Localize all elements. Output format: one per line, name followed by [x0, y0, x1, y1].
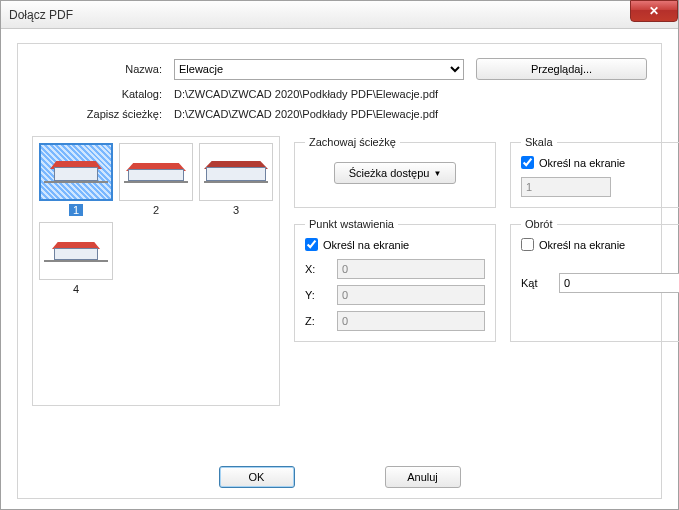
rotation-group: Obrót Określ na ekranie Kąt — [510, 218, 679, 342]
insert-onscreen-label: Określ na ekranie — [323, 239, 409, 251]
page-number: 3 — [229, 204, 243, 216]
z-label: Z: — [305, 315, 329, 327]
savepath-label: Zapisz ścieżkę: — [32, 108, 162, 120]
x-input[interactable] — [337, 259, 485, 279]
titlebar: Dołącz PDF ✕ — [1, 1, 678, 29]
page-number: 4 — [69, 283, 83, 295]
path-type-label: Ścieżka dostępu — [349, 167, 430, 179]
catalog-label: Katalog: — [32, 88, 162, 100]
page-thumb-1[interactable] — [39, 143, 113, 201]
rotation-onscreen-input[interactable] — [521, 238, 534, 251]
options-area: Zachowaj ścieżkę Ścieżka dostępu ▼ Skala — [294, 136, 679, 406]
thumb-cell: 4 — [39, 222, 113, 295]
page-number: 1 — [69, 204, 83, 216]
insert-onscreen-input[interactable] — [305, 238, 318, 251]
page-number: 2 — [149, 204, 163, 216]
angle-input[interactable] — [559, 273, 679, 293]
rotation-legend: Obrót — [521, 218, 557, 230]
dialog-footer: OK Anuluj — [18, 466, 661, 488]
page-thumbnails: 1 2 3 4 — [32, 136, 280, 406]
insert-onscreen-checkbox[interactable]: Określ na ekranie — [305, 238, 409, 251]
name-combo[interactable]: Elewacje — [174, 59, 464, 80]
dialog-window: Dołącz PDF ✕ Nazwa: Elewacje Przeglądaj.… — [0, 0, 679, 510]
x-label: X: — [305, 263, 329, 275]
window-title: Dołącz PDF — [9, 8, 73, 22]
scale-value-input[interactable] — [521, 177, 611, 197]
catalog-value: D:\ZWCAD\ZWCAD 2020\Podkłady PDF\Elewacj… — [174, 88, 647, 100]
page-thumb-3[interactable] — [199, 143, 273, 201]
y-input[interactable] — [337, 285, 485, 305]
content-area: Nazwa: Elewacje Przeglądaj... Katalog: D… — [1, 29, 678, 509]
chevron-down-icon: ▼ — [433, 169, 441, 178]
path-type-button[interactable]: Ścieżka dostępu ▼ — [334, 162, 457, 184]
insertion-point-legend: Punkt wstawienia — [305, 218, 398, 230]
savepath-value: D:\ZWCAD\ZWCAD 2020\Podkłady PDF\Elewacj… — [174, 108, 647, 120]
thumb-cell: 3 — [199, 143, 273, 216]
close-button[interactable]: ✕ — [630, 0, 678, 22]
keep-path-group: Zachowaj ścieżkę Ścieżka dostępu ▼ — [294, 136, 496, 208]
ok-button[interactable]: OK — [219, 466, 295, 488]
thumb-cell: 2 — [119, 143, 193, 216]
insertion-point-group: Punkt wstawienia Określ na ekranie X: Y: — [294, 218, 496, 342]
scale-onscreen-input[interactable] — [521, 156, 534, 169]
keep-path-legend: Zachowaj ścieżkę — [305, 136, 400, 148]
close-icon: ✕ — [649, 4, 659, 18]
page-thumb-4[interactable] — [39, 222, 113, 280]
angle-label: Kąt — [521, 277, 551, 289]
scale-legend: Skala — [521, 136, 557, 148]
scale-group: Skala Określ na ekranie — [510, 136, 679, 208]
lower-area: 1 2 3 4 — [32, 136, 647, 406]
scale-onscreen-checkbox[interactable]: Określ na ekranie — [521, 156, 625, 169]
scale-onscreen-label: Określ na ekranie — [539, 157, 625, 169]
page-thumb-2[interactable] — [119, 143, 193, 201]
main-panel: Nazwa: Elewacje Przeglądaj... Katalog: D… — [17, 43, 662, 499]
rotation-onscreen-label: Określ na ekranie — [539, 239, 625, 251]
cancel-button[interactable]: Anuluj — [385, 466, 461, 488]
rotation-onscreen-checkbox[interactable]: Określ na ekranie — [521, 238, 625, 251]
name-label: Nazwa: — [32, 63, 162, 75]
y-label: Y: — [305, 289, 329, 301]
z-input[interactable] — [337, 311, 485, 331]
browse-button[interactable]: Przeglądaj... — [476, 58, 647, 80]
file-info-grid: Nazwa: Elewacje Przeglądaj... Katalog: D… — [32, 58, 647, 120]
thumb-cell: 1 — [39, 143, 113, 216]
